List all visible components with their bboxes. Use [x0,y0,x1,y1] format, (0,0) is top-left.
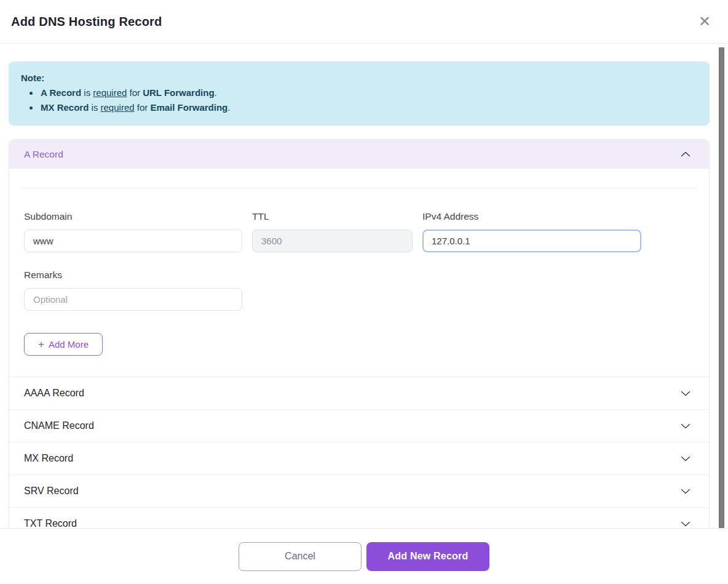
accordion-header-cname-record[interactable]: CNAME Record [9,409,709,442]
field-row: Remarks [24,270,694,311]
accordion-header-aaaa-record[interactable]: AAAA Record [9,377,709,409]
remarks-label: Remarks [24,270,242,281]
a-record-label: A Record [24,149,63,160]
add-new-record-button[interactable]: Add New Record [366,542,489,571]
remarks-input[interactable] [24,288,242,311]
field-row: Subdomain TTL IPv4 Address [24,211,694,252]
cancel-button[interactable]: Cancel [239,542,362,571]
modal-body: Note: A Record is required for URL Forwa… [9,62,710,540]
scrollbar[interactable] [719,47,724,528]
modal: Add DNS Hosting Record ✕ Note: A Record … [0,0,728,540]
add-more-button[interactable]: + Add More [24,333,103,356]
panel-divider [22,188,697,188]
note-list: A Record is required for URL Forwarding.… [39,86,697,115]
cname-record-label: CNAME Record [24,420,94,431]
ipv4-label: IPv4 Address [422,211,641,222]
accordion-header-mx-record[interactable]: MX Record [9,442,709,474]
modal-header: Add DNS Hosting Record ✕ [0,0,728,44]
accordion-header-srv-record[interactable]: SRV Record [9,474,709,507]
modal-footer: Cancel Add New Record [0,528,728,584]
note-heading: Note: [21,71,697,86]
subdomain-label: Subdomain [24,211,242,222]
add-more-label: Add More [49,339,89,350]
chevron-down-icon [681,391,690,396]
note-item: MX Record is required for Email Forwardi… [39,100,697,115]
a-record-panel: Subdomain TTL IPv4 Address Remarks [9,188,709,377]
page-title: Add DNS Hosting Record [11,15,162,29]
close-icon[interactable]: ✕ [695,13,714,30]
chevron-down-icon [681,423,690,429]
note-box: Note: A Record is required for URL Forwa… [9,62,710,126]
accordion-header-a-record[interactable]: A Record [9,140,709,169]
note-item: A Record is required for URL Forwarding. [39,86,697,100]
srv-record-label: SRV Record [24,486,79,497]
ttl-input [252,230,413,252]
chevron-down-icon [681,521,690,527]
ttl-label: TTL [252,211,413,222]
ipv4-input[interactable] [422,230,641,252]
chevron-up-icon [681,151,690,157]
field-remarks: Remarks [24,270,242,311]
accordion-group: A Record Subdomain TTL IPv4 Address [9,139,710,540]
subdomain-input[interactable] [24,230,242,252]
mx-record-label: MX Record [24,453,73,464]
field-ipv4: IPv4 Address [422,211,641,252]
plus-icon: + [38,339,44,350]
chevron-down-icon [681,456,690,462]
field-ttl: TTL [252,211,413,252]
chevron-down-icon [681,489,690,494]
field-subdomain: Subdomain [24,211,242,252]
aaaa-record-label: AAAA Record [24,388,84,399]
